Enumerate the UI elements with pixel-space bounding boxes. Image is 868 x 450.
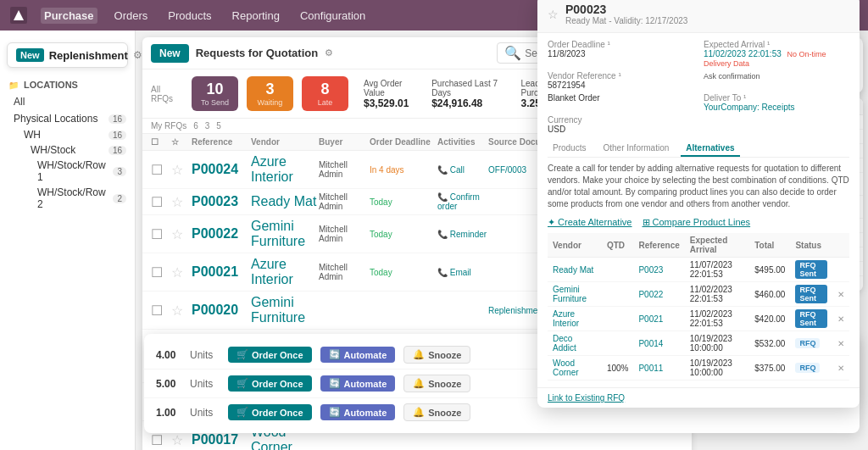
replenishment-widget[interactable]: New Replenishment ⚙ xyxy=(7,42,128,68)
rep-automate-2[interactable]: 🔄 Automate xyxy=(320,404,396,420)
alt-table-row[interactable]: Gemini Furniture P0022 11/02/2023 22:01:… xyxy=(548,282,849,307)
alt-ref[interactable]: P0011 xyxy=(633,356,684,381)
row-checkbox[interactable]: ☐ xyxy=(151,303,171,319)
col-buyer[interactable]: Buyer xyxy=(319,137,370,147)
col-reference[interactable]: Reference xyxy=(192,137,251,147)
row-checkbox[interactable]: ☐ xyxy=(151,264,171,281)
rfq-detail-meta: Order Deadline ¹ 11/8/2023 Expected Arri… xyxy=(548,40,849,134)
rep-order-once-2[interactable]: 🛒 Order Once xyxy=(228,404,312,420)
rfq-detail-actions: ✦ Create Alternative ⊞ Compare Product L… xyxy=(548,217,849,228)
row-star[interactable]: ☆ xyxy=(171,162,192,178)
rep-snooze-2[interactable]: 🔔 Snooze xyxy=(403,403,470,421)
metric-avg-label: Avg Order Value xyxy=(364,79,415,97)
alt-table-row[interactable]: Deco Addict P0014 10/19/2023 10:00:00 $5… xyxy=(548,331,849,356)
col-vendor[interactable]: Vendor xyxy=(251,137,319,147)
sidebar-wh-stock-row2[interactable]: WH/Stock/Row 2 2 xyxy=(7,185,135,212)
row-vendor[interactable]: Azure Interior xyxy=(251,154,319,185)
row-star[interactable]: ☆ xyxy=(171,264,192,281)
link-existing-rfq[interactable]: Link to Existing RFQ xyxy=(548,393,625,403)
replenishment-gear-icon[interactable]: ⚙ xyxy=(133,49,142,61)
row-checkbox[interactable]: ☐ xyxy=(151,162,171,178)
alt-arrival: 10/19/2023 10:00:00 xyxy=(685,331,749,356)
sidebar-physical-locations[interactable]: Physical Locations 16 xyxy=(0,110,135,127)
row-vendor[interactable]: Azure Interior xyxy=(251,257,319,287)
row-vendor[interactable]: Gemini Furniture xyxy=(251,219,319,249)
nav-purchase[interactable]: Purchase xyxy=(41,8,97,24)
col-checkbox: ☐ xyxy=(151,137,171,147)
row-ref[interactable]: P00020 xyxy=(192,303,251,318)
stat-card-to-send[interactable]: 10 To Send xyxy=(192,76,238,111)
alt-ref[interactable]: P0023 xyxy=(633,258,684,282)
row-star[interactable]: ☆ xyxy=(171,194,192,210)
alt-ref[interactable]: P0022 xyxy=(633,282,684,307)
sidebar-wh[interactable]: WH 16 xyxy=(7,127,135,142)
row-ref[interactable]: P00023 xyxy=(192,194,251,209)
nav-configuration[interactable]: Configuration xyxy=(297,8,369,24)
alt-vendor[interactable]: Azure Interior xyxy=(548,307,602,331)
rep-automate-1[interactable]: 🔄 Automate xyxy=(320,375,396,392)
alt-vendor[interactable]: Wood Corner xyxy=(548,356,602,381)
rep-automate-0[interactable]: 🔄 Automate xyxy=(320,347,396,363)
nav-orders[interactable]: Orders xyxy=(111,8,152,24)
nav-products[interactable]: Products xyxy=(164,8,214,24)
rfq-new-button[interactable]: New xyxy=(151,44,189,63)
alt-vendor[interactable]: Deco Addict xyxy=(548,331,602,356)
rfq-settings-icon[interactable]: ⚙ xyxy=(325,47,333,58)
row-checkbox[interactable]: ☐ xyxy=(151,194,171,210)
rep-qty-2: 1.00 xyxy=(156,407,181,419)
alt-table-row[interactable]: Wood Corner 100% P0011 10/19/2023 10:00:… xyxy=(548,356,849,381)
row-star[interactable]: ☆ xyxy=(171,303,192,319)
row-ref[interactable]: P00021 xyxy=(192,264,251,280)
rfq-tab-alternatives[interactable]: Alternatives xyxy=(681,141,739,157)
row-ref[interactable]: P00017 xyxy=(192,432,251,447)
col-deadline[interactable]: Order Deadline xyxy=(370,137,437,147)
alt-ref[interactable]: P0014 xyxy=(633,331,684,356)
alt-total: $495.00 xyxy=(749,258,790,282)
rep-snooze-0[interactable]: 🔔 Snooze xyxy=(403,346,470,364)
stat-waiting-label: Waiting xyxy=(255,98,285,107)
app-logo[interactable] xyxy=(10,7,27,24)
row-ref[interactable]: P00024 xyxy=(192,162,251,177)
alt-close-btn[interactable]: ✕ xyxy=(832,282,849,307)
row-checkbox[interactable]: ☐ xyxy=(151,432,171,448)
rep-order-once-0[interactable]: 🛒 Order Once xyxy=(228,347,312,363)
alt-close-btn[interactable]: ✕ xyxy=(832,356,849,381)
row-star[interactable]: ☆ xyxy=(171,226,192,242)
rep-snooze-1[interactable]: 🔔 Snooze xyxy=(403,375,470,392)
row-vendor[interactable]: Ready Mat xyxy=(251,194,319,209)
stat-card-late[interactable]: 8 Late xyxy=(302,76,348,111)
metric-avg-val: $3,529.01 xyxy=(364,97,415,109)
rep-order-once-1[interactable]: 🛒 Order Once xyxy=(228,375,312,392)
alt-close-btn[interactable]: ✕ xyxy=(832,331,849,356)
sidebar-all[interactable]: All xyxy=(0,93,135,110)
alt-qtd xyxy=(602,282,634,307)
sidebar-wh-stock[interactable]: WH/Stock 16 xyxy=(7,142,135,158)
row-ref[interactable]: P00022 xyxy=(192,226,251,242)
alt-col-close xyxy=(832,233,849,258)
alt-close-btn[interactable]: ✕ xyxy=(832,307,849,331)
alt-col-qtd: QTD xyxy=(602,233,634,258)
rfq-detail-star[interactable]: ☆ xyxy=(548,8,559,21)
compare-products-link[interactable]: ⊞ Compare Product Lines xyxy=(643,217,751,228)
alt-ref[interactable]: P0021 xyxy=(633,307,684,331)
alt-vendor[interactable]: Gemini Furniture xyxy=(548,282,602,307)
meta-expected-label: Expected Arrival ¹ 11/02/2023 22:01:53 N… xyxy=(704,40,849,68)
row-checkbox[interactable]: ☐ xyxy=(151,226,171,242)
nav-reporting[interactable]: Reporting xyxy=(229,8,283,24)
row-activity: 📞 Reminder xyxy=(437,230,488,239)
create-alternative-link[interactable]: ✦ Create Alternative xyxy=(548,217,632,228)
rfq-detail-footer: Link to Existing RFQ xyxy=(537,387,860,408)
rep-unit-1: Units xyxy=(190,378,220,390)
stat-card-waiting[interactable]: 3 Waiting xyxy=(247,76,293,111)
rfq-tab-other[interactable]: Other Information xyxy=(598,141,674,157)
row-vendor[interactable]: Gemini Furniture xyxy=(251,295,319,325)
sidebar-wh-stock-row2-badge: 2 xyxy=(113,194,126,203)
row-activity: 📞 Confirm order xyxy=(437,192,488,211)
alt-table-row[interactable]: Azure Interior P0021 11/02/2023 22:01:53… xyxy=(548,307,849,331)
row-star[interactable]: ☆ xyxy=(171,432,192,448)
alt-table-row[interactable]: Ready Mat P0023 11/07/2023 22:01:53 $495… xyxy=(548,258,849,282)
alt-vendor[interactable]: Ready Mat xyxy=(548,258,602,282)
col-activities[interactable]: Activities xyxy=(437,137,488,147)
sidebar-wh-stock-row1[interactable]: WH/Stock/Row 1 3 xyxy=(7,158,135,185)
rfq-tab-products[interactable]: Products xyxy=(548,141,591,157)
